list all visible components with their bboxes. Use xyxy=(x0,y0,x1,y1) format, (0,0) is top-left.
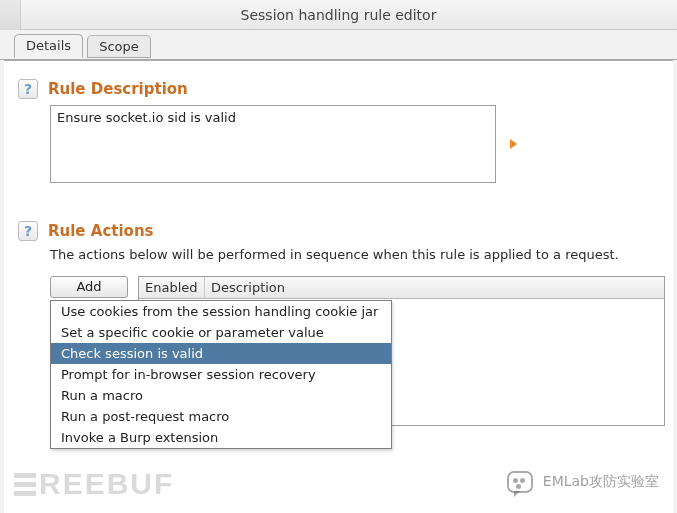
add-menu-item[interactable]: Invoke a Burp extension xyxy=(51,427,391,448)
rule-actions-note: The actions below will be performed in s… xyxy=(50,247,665,262)
add-menu-item[interactable]: Use cookies from the session handling co… xyxy=(51,301,391,322)
rule-actions-header: ? Rule Actions xyxy=(18,221,665,241)
tab-content-details: ? Rule Description ? Rule Actions The ac… xyxy=(4,60,673,513)
add-button[interactable]: Add xyxy=(50,276,128,298)
add-menu-item[interactable]: Set a specific cookie or parameter value xyxy=(51,322,391,343)
column-enabled[interactable]: Enabled xyxy=(139,277,205,298)
window-titlebar: Session handling rule editor xyxy=(0,0,677,30)
add-menu-item[interactable]: Run a macro xyxy=(51,385,391,406)
tab-row: Details Scope xyxy=(0,34,677,60)
rule-description-title: Rule Description xyxy=(48,80,188,98)
session-rule-editor-window: Session handling rule editor Details Sco… xyxy=(0,0,677,513)
rule-description-input[interactable] xyxy=(50,105,496,183)
help-icon[interactable]: ? xyxy=(18,221,38,241)
help-icon[interactable]: ? xyxy=(18,79,38,99)
add-action-menu: Use cookies from the session handling co… xyxy=(50,300,392,449)
rule-actions-title: Rule Actions xyxy=(48,222,154,240)
rule-description-header: ? Rule Description xyxy=(18,79,665,99)
tab-details[interactable]: Details xyxy=(14,34,83,58)
add-menu-item[interactable]: Run a post-request macro xyxy=(51,406,391,427)
tab-scope[interactable]: Scope xyxy=(87,35,151,58)
column-description[interactable]: Description xyxy=(205,277,664,298)
rule-actions-layout: Add Use cookies from the session handlin… xyxy=(50,276,665,426)
actions-table-header: Enabled Description xyxy=(139,277,664,299)
arrow-icon xyxy=(510,139,517,149)
add-menu-item[interactable]: Prompt for in-browser session recovery xyxy=(51,364,391,385)
add-menu-item[interactable]: Check session is valid xyxy=(51,343,391,364)
window-title: Session handling rule editor xyxy=(241,7,437,23)
